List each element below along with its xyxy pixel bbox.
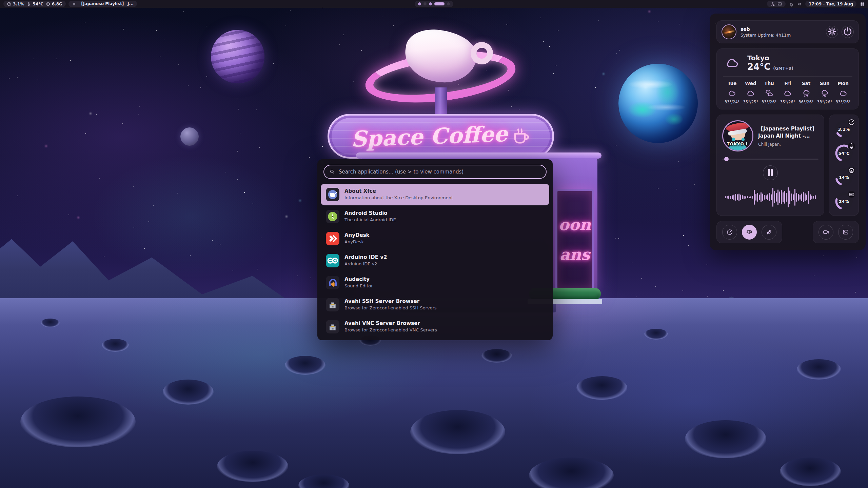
app-row[interactable]: AnyDeskAnyDesk: [321, 228, 549, 249]
workspace-dot[interactable]: [429, 2, 432, 5]
video-icon: [823, 229, 829, 236]
speaker-icon[interactable]: [797, 2, 802, 6]
profile-performance-button[interactable]: [722, 225, 737, 240]
screen-record-button[interactable]: [818, 225, 833, 240]
crater: [20, 396, 136, 447]
now-playing-pill[interactable]: 【Japanese Playlist】 J...: [68, 1, 137, 7]
gauge-icon: [726, 229, 733, 236]
shop-window: oon ans: [555, 189, 594, 290]
forecast-temps: 33°/26°: [760, 100, 778, 104]
screenshot-button[interactable]: [838, 225, 853, 240]
forecast-day: Mon33°/26°: [834, 81, 852, 104]
avahi-icon: [326, 298, 339, 311]
crater: [102, 339, 129, 352]
profile-powersave-button[interactable]: [762, 225, 776, 240]
workspace-switcher[interactable]: [415, 1, 453, 7]
forecast-day-label: Thu: [760, 81, 778, 86]
app-text: AudacitySound Editor: [344, 276, 373, 289]
cloud-icon: [746, 89, 755, 98]
avatar: [722, 24, 736, 39]
media-player-card: TOKYO L 【Japanese Playlist】 Japan All Ni…: [716, 115, 824, 216]
network-icon[interactable]: [770, 2, 775, 6]
weather-city: Tokyo: [747, 54, 793, 62]
topbar-stat: 3.1%: [7, 2, 24, 6]
forecast-day-label: Sun: [815, 81, 834, 86]
system-tray[interactable]: [767, 1, 786, 7]
system-uptime: System Uptime: 4h11m: [741, 33, 791, 38]
grid-overview-icon[interactable]: [860, 2, 865, 6]
clock-pill[interactable]: 17:09 - Tue, 19 Aug: [805, 1, 856, 7]
workspace-dot[interactable]: [447, 2, 450, 5]
crater: [298, 474, 349, 488]
app-row[interactable]: About XfceInformation about the Xfce Des…: [321, 184, 549, 205]
weather-temp: 24°C: [747, 62, 770, 72]
profile-balanced-button[interactable]: [742, 225, 757, 240]
anydesk-icon: [326, 232, 339, 245]
forecast-day: Fri35°/26°: [778, 81, 797, 104]
app-row[interactable]: Android StudioThe official Android IDE: [321, 206, 549, 227]
clock: 17:09 - Tue, 19 Aug: [809, 2, 853, 6]
seek-knob[interactable]: [724, 157, 729, 161]
sign-pole: [435, 87, 447, 116]
forecast-temps: 35°/26°: [778, 100, 797, 104]
bell-icon[interactable]: [789, 2, 794, 6]
forecast-day: Sat36°/26°: [797, 81, 815, 104]
app-name: About Xfce: [344, 188, 453, 195]
app-text: Android StudioThe official Android IDE: [344, 210, 396, 223]
coffee-cup-icon: [511, 126, 531, 146]
crater: [481, 349, 512, 363]
control-center-panel: seb System Uptime: 4h11m Tokyo 24°C (GMT…: [710, 14, 866, 250]
forecast-day-label: Wed: [742, 81, 760, 86]
app-name: Audacity: [344, 276, 373, 283]
app-text: About XfceInformation about the Xfce Des…: [344, 188, 453, 201]
divider: [723, 76, 852, 77]
app-description: Browse for Zeroconf-enabled VNC Servers: [344, 327, 437, 333]
search-input[interactable]: [339, 169, 541, 175]
forecast-day-label: Sat: [797, 81, 815, 86]
app-name: Avahi SSH Server Browser: [344, 298, 437, 305]
system-gauge: 14%: [834, 168, 853, 187]
seek-bar[interactable]: [722, 157, 818, 161]
workspace-dot[interactable]: [418, 2, 421, 5]
system-gauge: 24%: [834, 192, 853, 211]
disk-icon: [848, 191, 855, 198]
app-name: AnyDesk: [344, 232, 370, 239]
app-name: Arduino IDE v2: [344, 254, 387, 261]
scales-icon: [746, 229, 753, 236]
crater: [410, 410, 505, 454]
topbar-stat-value: 54°C: [33, 2, 43, 6]
cloud-icon: [727, 89, 737, 98]
workspace-dot[interactable]: [434, 2, 445, 5]
settings-button[interactable]: [826, 26, 838, 38]
display-icon[interactable]: [777, 2, 782, 6]
gear-icon: [826, 26, 838, 38]
search-bar[interactable]: [323, 165, 547, 179]
image-icon: [842, 229, 849, 236]
sun-cloud-icon: [764, 89, 774, 98]
power-button[interactable]: [842, 26, 854, 38]
crater: [217, 451, 288, 482]
app-row[interactable]: Avahi VNC Server BrowserBrowse for Zeroc…: [321, 316, 549, 338]
cloud-icon: [839, 89, 848, 98]
rain-icon: [820, 89, 829, 98]
system-stats-pill[interactable]: 3.1%54°C6.8G: [3, 1, 66, 7]
system-gauges-card: 3.1%54°C14%24%: [829, 115, 859, 216]
power-profile-group: [716, 221, 782, 243]
user-name: seb: [741, 26, 791, 32]
app-row[interactable]: Arduino IDE v2Arduino IDE v2: [321, 250, 549, 271]
cloud-icon: [783, 89, 792, 98]
album-art[interactable]: TOKYO L: [722, 120, 753, 151]
app-description: Information about the Xfce Desktop Envir…: [344, 195, 453, 201]
app-row[interactable]: Avahi SSH Server BrowserBrowse for Zeroc…: [321, 294, 549, 316]
album-overlay-text: TOKYO L: [723, 142, 752, 146]
app-row[interactable]: AudacitySound Editor: [321, 272, 549, 293]
app-description: Browse for Zeroconf-enabled SSH Servers: [344, 305, 437, 311]
pause-button[interactable]: [763, 165, 778, 180]
system-gauge: 54°C: [834, 144, 853, 163]
small-moon: [180, 127, 199, 146]
app-text: Arduino IDE v2Arduino IDE v2: [344, 254, 387, 267]
workspace-dot[interactable]: [423, 2, 427, 5]
topbar-stat-value: 3.1%: [13, 2, 24, 6]
crater: [41, 319, 60, 327]
app-description: Arduino IDE v2: [344, 261, 387, 267]
